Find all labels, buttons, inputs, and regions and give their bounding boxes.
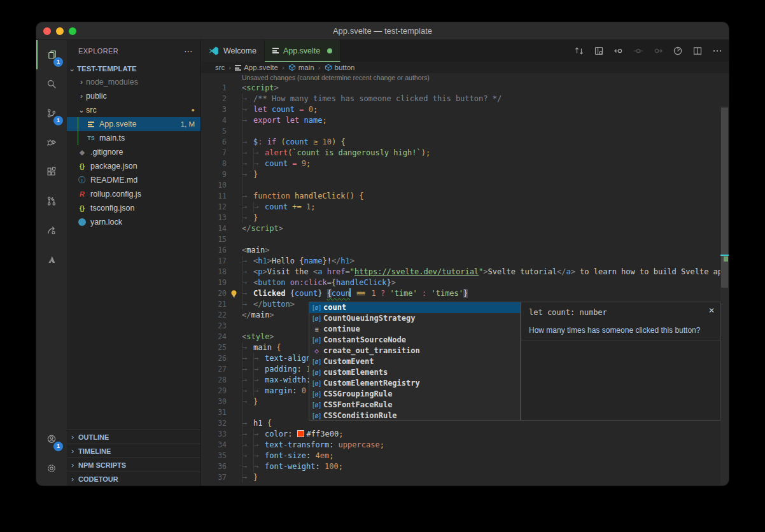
activity-bar-item-source-control[interactable]: 1 — [36, 99, 67, 128]
tree-file-readme-md[interactable]: ⓘREADME.md — [67, 173, 200, 187]
suggest-item-customevent[interactable]: [ø]CustomEvent — [309, 356, 520, 367]
breadcrumb-item-button[interactable]: button — [325, 64, 355, 71]
close-icon[interactable]: ✕ — [708, 306, 715, 315]
suggest-item-create_out_transition[interactable]: ◇create_out_transition — [309, 346, 520, 356]
activity-bar-item-live-share[interactable] — [36, 216, 67, 245]
suggest-item-constantsourcenode[interactable]: [ø]ConstantSourceNode — [309, 335, 520, 346]
previous-change-icon[interactable] — [614, 46, 624, 56]
code-line[interactable]: 15 — [201, 234, 729, 245]
sidebar-section-codetour[interactable]: ›CODETOUR — [67, 472, 200, 486]
code-line[interactable]: 3→let count = 0; — [201, 104, 729, 115]
symbol-class-icon: [ø] — [309, 410, 323, 421]
symbol-cube-icon — [325, 64, 332, 71]
sidebar-section-npm-scripts[interactable]: ›NPM SCRIPTS — [67, 458, 200, 472]
suggest-details-divider — [521, 340, 720, 340]
tree-file-rollup-config-js[interactable]: Rrollup.config.js — [67, 187, 200, 201]
code-line[interactable]: 11→function handleClick() { — [201, 191, 729, 202]
suggest-item-cssconditionrule[interactable]: [ø]CSSConditionRule — [309, 410, 520, 421]
code-line[interactable]: 2→/** How many times has someone clicked… — [201, 94, 729, 104]
tree-file-main-ts[interactable]: TSmain.ts — [67, 131, 200, 145]
line-number: 29 — [201, 386, 227, 396]
git-compare-icon[interactable] — [574, 46, 584, 56]
split-editor-icon[interactable] — [692, 46, 703, 56]
code-line[interactable]: 36→→font-weight: 100; — [201, 461, 729, 472]
suggest-item-countqueuingstrategy[interactable]: [ø]CountQueuingStrategy — [309, 313, 520, 324]
activity-bar-item-run-debug[interactable] — [36, 128, 67, 157]
suggest-item-cssfontfacerule[interactable]: [ø]CSSFontFaceRule — [309, 400, 520, 410]
breadcrumb-item-src[interactable]: src — [215, 64, 225, 71]
tab-app-svelte[interactable]: App.svelte — [265, 40, 340, 62]
code-line[interactable]: 19→<button on:click={handleClick}> — [201, 277, 729, 288]
open-preview-icon[interactable] — [594, 46, 604, 56]
tree-file-package-json[interactable]: {}package.json — [67, 159, 200, 173]
code-line[interactable]: 13→} — [201, 213, 729, 223]
code-line[interactable]: 1<script> — [201, 83, 729, 94]
info-file-icon: ⓘ — [77, 175, 87, 186]
code-line[interactable]: 7→→alert(`count is dangerously high!`); — [201, 148, 729, 158]
activity-bar-item-extensions[interactable] — [36, 157, 67, 186]
tree-root-folder[interactable]: ⌄ TEST-TEMPLATE — [67, 62, 200, 75]
code-line[interactable]: 17→<h1>Hello {name}!</h1> — [201, 256, 729, 267]
breadcrumb-label: main — [298, 64, 314, 71]
symbol-class-icon: [ø] — [309, 389, 323, 400]
code-line[interactable]: 5→ — [201, 126, 729, 137]
quick-fix-lightbulb-icon[interactable] — [230, 290, 238, 298]
tree-folder-public[interactable]: ›public — [67, 89, 200, 103]
code-line[interactable]: 6→$: if (count ≥ 10) { — [201, 137, 729, 148]
file-label: main.ts — [99, 134, 200, 143]
breadcrumb-item-app-svelte[interactable]: App.svelte — [235, 64, 278, 71]
symbol-class-icon: [ø] — [309, 378, 323, 389]
tree-file-yarn-lock[interactable]: yarn.lock — [67, 215, 200, 229]
code-line[interactable]: 14</script> — [201, 223, 729, 234]
code-line[interactable]: 34→→text-transform: uppercase; — [201, 440, 729, 451]
run-timer-icon[interactable] — [673, 46, 683, 56]
activity-bar-item-search[interactable] — [36, 69, 67, 99]
code-line[interactable]: 20→Clicked {count} {coun ≡ 1 ? 'time' : … — [201, 288, 729, 299]
activity-bar-item-azure[interactable] — [36, 245, 67, 274]
code-line[interactable]: 37→} — [201, 472, 729, 483]
suggest-label: create_out_transition — [323, 346, 420, 356]
suggest-item-continue[interactable]: ≣continue — [309, 324, 520, 335]
code-line[interactable]: 9→} — [201, 169, 729, 180]
code-line[interactable]: 18→<p>Visit the <a href="https://svelte.… — [201, 267, 729, 277]
activity-bar-item-settings[interactable] — [36, 454, 67, 483]
activity-bar-item-github-pr[interactable] — [36, 186, 67, 216]
line-number: 16 — [201, 245, 227, 256]
more-actions-icon[interactable]: ⋯ — [184, 46, 193, 56]
suggest-item-customelements[interactable]: [ø]customElements — [309, 367, 520, 378]
breadcrumb: src›App.svelte›main›button — [201, 62, 729, 73]
breadcrumb-item-main[interactable]: main — [288, 64, 314, 71]
tree-folder-node-modules[interactable]: ›node_modules — [67, 75, 200, 89]
code-line[interactable]: 16<main> — [201, 245, 729, 256]
more-actions-icon[interactable] — [712, 46, 722, 56]
tree-file-app-svelte[interactable]: App.svelte1, M — [67, 117, 200, 131]
symbol-class-icon: [ø] — [309, 335, 323, 346]
line-number: 3 — [201, 104, 227, 115]
tab-welcome[interactable]: Welcome — [201, 40, 265, 62]
tree-folder-src[interactable]: ⌄src● — [67, 103, 200, 117]
next-change-icon[interactable] — [653, 46, 663, 56]
sidebar-sections: ›OUTLINE›TIMELINE›NPM SCRIPTS›CODETOUR — [67, 430, 200, 486]
suggest-item-customelementregistry[interactable]: [ø]CustomElementRegistry — [309, 378, 520, 389]
code-line[interactable]: 8→→count = 9; — [201, 158, 729, 169]
code-area[interactable]: Unsaved changes (cannot determine recent… — [201, 73, 729, 486]
activity-bar-item-explorer[interactable]: 1 — [36, 40, 67, 69]
code-line[interactable]: 10→ — [201, 180, 729, 191]
code-line[interactable]: 12→→count += 1; — [201, 202, 729, 213]
code-line[interactable]: 4→export let name; — [201, 115, 729, 126]
change-dot-icon[interactable] — [633, 46, 643, 56]
line-number: 11 — [201, 191, 227, 202]
sidebar-section-outline[interactable]: ›OUTLINE — [67, 430, 200, 444]
editor-scrollbar[interactable] — [720, 106, 729, 486]
tree-file--gitignore[interactable]: ◆.gitignore — [67, 145, 200, 159]
codelens-annotation[interactable]: Unsaved changes (cannot determine recent… — [201, 73, 729, 83]
code-line[interactable]: 35→→font-size: 4em; — [201, 451, 729, 461]
suggest-item-cssgroupingrule[interactable]: [ø]CSSGroupingRule — [309, 389, 520, 400]
activity-bar-item-accounts[interactable]: 1 — [36, 424, 67, 454]
suggest-label: CustomEvent — [323, 356, 374, 367]
title-bar[interactable]: App.svelte — test-template — [36, 22, 729, 40]
code-line[interactable]: 33→→color: #ff3e00; — [201, 429, 729, 440]
suggest-item-count[interactable]: [ø]count — [309, 302, 520, 313]
tree-file-tsconfig-json[interactable]: {}tsconfig.json — [67, 201, 200, 215]
sidebar-section-timeline[interactable]: ›TIMELINE — [67, 444, 200, 458]
